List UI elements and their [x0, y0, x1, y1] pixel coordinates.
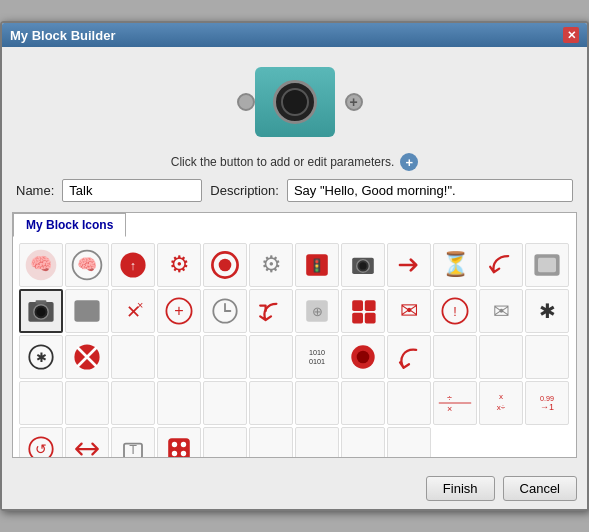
left-peg — [237, 93, 255, 111]
tab-my-block-icons[interactable]: My Block Icons — [13, 213, 126, 237]
my-block-builder-window: My Block Builder ✕ + Click the — [0, 21, 589, 511]
window-title: My Block Builder — [10, 28, 115, 43]
icon-cell-9[interactable]: ⏳ — [433, 243, 477, 287]
icon-cell-5[interactable]: ⚙ — [249, 243, 293, 287]
icon-cell-23[interactable]: ✱ — [525, 289, 569, 333]
svg-text:⚙: ⚙ — [261, 251, 282, 277]
icon-cell-17[interactable] — [249, 289, 293, 333]
svg-rect-33 — [365, 313, 376, 324]
icon-cell-37 — [65, 381, 109, 425]
icon-cell-30[interactable]: 10100101 — [295, 335, 339, 379]
close-button[interactable]: ✕ — [563, 27, 579, 43]
svg-text:↑: ↑ — [130, 259, 136, 273]
name-label: Name: — [16, 183, 54, 198]
icon-cell-7[interactable] — [341, 243, 385, 287]
desc-input[interactable] — [287, 179, 573, 202]
plus-icon: + — [349, 94, 357, 110]
icon-cell-11[interactable] — [525, 243, 569, 287]
svg-point-45 — [357, 351, 370, 364]
icon-cell-16[interactable] — [203, 289, 247, 333]
svg-text:×: × — [447, 404, 452, 414]
content-area: + Click the button to add or edit parame… — [2, 47, 587, 468]
desc-label: Description: — [210, 183, 279, 198]
icon-cell-6[interactable]: 🚦 — [295, 243, 339, 287]
svg-text:🚦: 🚦 — [309, 258, 325, 274]
icon-cell-40 — [203, 381, 247, 425]
icon-cell-53 — [249, 427, 293, 457]
svg-text:🧠: 🧠 — [30, 253, 53, 275]
icon-cell-41 — [249, 381, 293, 425]
icon-cell-0[interactable]: 🧠 — [19, 243, 63, 287]
svg-rect-21 — [36, 300, 47, 304]
svg-text:+: + — [174, 301, 183, 319]
icon-cell-1[interactable]: 🧠 — [65, 243, 109, 287]
svg-text:1010: 1010 — [309, 348, 325, 357]
icon-cell-12[interactable] — [19, 289, 63, 333]
name-input[interactable] — [62, 179, 202, 202]
svg-text:🧠: 🧠 — [77, 254, 98, 275]
icon-cell-15[interactable]: + — [157, 289, 201, 333]
icon-cell-50[interactable]: T — [111, 427, 155, 457]
icon-cell-22[interactable]: ✉ — [479, 289, 523, 333]
icon-cell-46[interactable]: xx÷ — [479, 381, 523, 425]
svg-point-58 — [172, 442, 177, 447]
svg-text:→1: →1 — [540, 402, 554, 412]
svg-text:✉: ✉ — [493, 300, 510, 322]
block-image: + — [235, 57, 355, 147]
svg-text:⊕: ⊕ — [312, 305, 323, 319]
svg-rect-30 — [352, 300, 363, 311]
icon-cell-26 — [111, 335, 155, 379]
icon-cell-21[interactable]: ! — [433, 289, 477, 333]
icon-cell-33 — [433, 335, 477, 379]
icon-cell-45[interactable]: ÷× — [433, 381, 477, 425]
block-body — [255, 67, 335, 137]
title-bar: My Block Builder ✕ — [2, 23, 587, 47]
icon-cell-39 — [157, 381, 201, 425]
icon-cell-14[interactable]: ✕× — [111, 289, 155, 333]
svg-rect-22 — [74, 300, 99, 322]
icon-cell-18[interactable]: ⊕ — [295, 289, 339, 333]
icon-cell-34 — [479, 335, 523, 379]
svg-point-59 — [181, 442, 186, 447]
icon-cell-27 — [157, 335, 201, 379]
icon-cell-35 — [525, 335, 569, 379]
icon-cell-24[interactable]: ✱ — [19, 335, 63, 379]
icon-cell-51[interactable] — [157, 427, 201, 457]
icon-cell-43 — [341, 381, 385, 425]
add-param-button[interactable]: + — [400, 153, 418, 171]
block-preview: + Click the button to add or edit parame… — [12, 57, 577, 171]
icon-cell-4[interactable] — [203, 243, 247, 287]
svg-rect-57 — [168, 438, 190, 457]
icon-cell-52 — [203, 427, 247, 457]
icon-cell-32[interactable] — [387, 335, 431, 379]
icon-cell-47[interactable]: 0.99→1 — [525, 381, 569, 425]
svg-text:✱: ✱ — [539, 300, 556, 322]
icon-cell-49[interactable] — [65, 427, 109, 457]
tab-section: My Block Icons 🧠🧠↑⚙⚙🚦⏳✕×+⊕✉!✉✱✱10100101÷… — [12, 212, 577, 458]
icon-cell-31[interactable] — [341, 335, 385, 379]
cancel-button[interactable]: Cancel — [503, 476, 577, 501]
icon-cell-2[interactable]: ↑ — [111, 243, 155, 287]
finish-button[interactable]: Finish — [426, 476, 495, 501]
icon-cell-10[interactable] — [479, 243, 523, 287]
camera-inner — [281, 88, 309, 116]
svg-point-8 — [219, 259, 232, 272]
icon-cell-3[interactable]: ⚙ — [157, 243, 201, 287]
svg-text:⚙: ⚙ — [169, 251, 190, 277]
svg-rect-31 — [365, 300, 376, 311]
svg-point-61 — [181, 451, 186, 456]
icon-cell-25[interactable] — [65, 335, 109, 379]
svg-point-20 — [37, 307, 46, 316]
icon-cell-19[interactable] — [341, 289, 385, 333]
svg-text:x÷: x÷ — [497, 403, 506, 412]
svg-text:↺: ↺ — [35, 441, 47, 457]
icon-cell-55 — [341, 427, 385, 457]
icon-cell-8[interactable] — [387, 243, 431, 287]
icon-cell-13[interactable] — [65, 289, 109, 333]
icon-cell-48[interactable]: ↺ — [19, 427, 63, 457]
icon-cell-29 — [249, 335, 293, 379]
svg-text:÷: ÷ — [447, 393, 452, 403]
icon-cell-20[interactable]: ✉ — [387, 289, 431, 333]
icon-cell-28 — [203, 335, 247, 379]
svg-rect-17 — [538, 258, 556, 272]
